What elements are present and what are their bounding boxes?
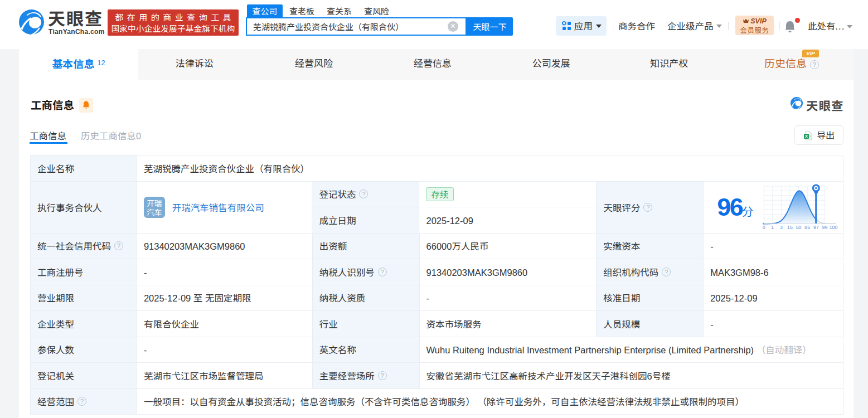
svg-text:99: 99 — [822, 225, 828, 230]
svg-text:15: 15 — [787, 225, 793, 230]
svg-text:97: 97 — [813, 225, 819, 230]
svg-text:85: 85 — [805, 225, 811, 230]
svg-text:0: 0 — [763, 225, 765, 230]
svg-text:X: X — [805, 134, 808, 139]
svg-text:1: 1 — [772, 225, 774, 230]
svg-text:50: 50 — [796, 225, 802, 230]
svg-text:100: 100 — [830, 225, 838, 230]
svg-text:3: 3 — [780, 225, 783, 230]
